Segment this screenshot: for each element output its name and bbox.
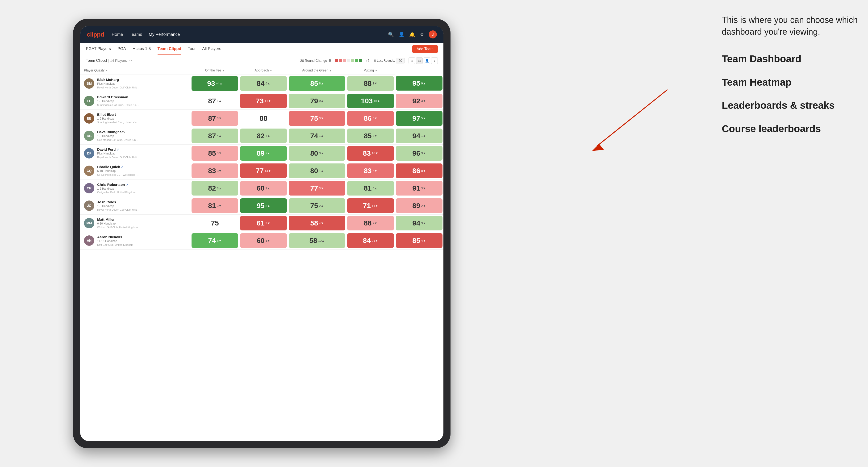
team-bar-controls: 20 Round Change -5 +5 ⊞ Last Rounds: 20 xyxy=(300,57,438,64)
col-putting[interactable]: Putting ▼ xyxy=(346,66,395,75)
player-name: Josh Coles xyxy=(97,200,187,204)
score-value: 89 xyxy=(257,149,265,157)
subnav-tour[interactable]: Tour xyxy=(188,43,195,55)
score-box: 61 3▼ xyxy=(240,216,287,230)
score-box: 85 3▼ xyxy=(347,129,394,143)
player-cell[interactable]: MM Matt Miller 6-10 Handicap Woburn Golf… xyxy=(80,214,191,232)
subnav-pgat[interactable]: PGAT Players xyxy=(86,43,111,55)
table-row: DF David Ford ✓ Plus Handicap Royal Nort… xyxy=(80,145,443,162)
score-box: 81 4▲ xyxy=(347,181,394,195)
view-heatmap-button[interactable]: ▦ xyxy=(416,57,423,64)
player-cell[interactable]: EE Elliot Ebert 1-5 Handicap Sunningdale… xyxy=(80,110,191,127)
score-value: 60 xyxy=(257,184,265,192)
player-handicap: Plus Handicap xyxy=(97,152,187,156)
player-avatar: EC xyxy=(84,96,94,106)
player-cell[interactable]: CQ Charlie Quick ✓ 6-10 Handicap St. Geo… xyxy=(80,162,191,180)
nav-items: Home Teams My Performance xyxy=(112,32,388,37)
label-team-heatmap: Team Heatmap xyxy=(722,75,859,89)
score-cell-around_green: 83 6▼ xyxy=(346,162,395,180)
score-value: 83 xyxy=(364,167,371,175)
score-box: 87 4▲ xyxy=(191,129,238,143)
nav-my-performance[interactable]: My Performance xyxy=(149,32,180,37)
player-info: Matt Miller 6-10 Handicap Woburn Golf Cl… xyxy=(97,217,187,229)
player-name: Elliot Ebert xyxy=(97,113,187,117)
add-team-button[interactable]: Add Team xyxy=(412,45,438,53)
subnav-all-players[interactable]: All Players xyxy=(202,43,221,55)
score-value: 74 xyxy=(208,237,216,245)
player-name: Matt Miller xyxy=(97,217,187,222)
view-person-button[interactable]: 👤 xyxy=(424,57,430,64)
score-value: 96 xyxy=(412,149,420,157)
col-approach[interactable]: Approach ▼ xyxy=(239,66,288,75)
player-cell[interactable]: EC Edward Crossman 1-5 Handicap Sunningd… xyxy=(80,92,191,110)
score-value: 81 xyxy=(208,201,216,210)
score-value: 103 xyxy=(361,97,373,105)
heatmap-light-green xyxy=(351,59,354,62)
col-player[interactable]: Player Quality ▼ xyxy=(80,66,191,75)
player-info: David Ford ✓ Plus Handicap Royal North D… xyxy=(97,148,187,159)
view-grid-button[interactable]: ⊞ xyxy=(408,57,415,64)
sub-nav-right: Add Team xyxy=(412,45,438,53)
player-cell[interactable]: DB Dave Billingham 1-5 Handicap Gog Mago… xyxy=(80,127,191,145)
col-off-tee[interactable]: Off the Tee ▼ xyxy=(191,66,239,75)
score-value: 87 xyxy=(208,115,216,122)
col-around-green[interactable]: Around the Green ▼ xyxy=(288,66,346,75)
bell-icon[interactable]: 🔔 xyxy=(409,32,415,37)
player-cell[interactable]: AN Aaron Nicholls 11-15 Handicap Drift G… xyxy=(80,232,191,249)
score-cell-player_quality: 87 4▲ xyxy=(191,127,239,145)
score-box: 75 2▲ xyxy=(289,198,345,213)
score-cell-approach: 74 1▲ xyxy=(288,127,346,145)
subnav-team-clippd[interactable]: Team Clippd xyxy=(158,43,181,55)
score-box: 87 1▲ xyxy=(191,94,238,108)
score-value: 74 xyxy=(310,132,318,140)
score-box: 84 21▼ xyxy=(347,233,394,248)
nav-teams[interactable]: Teams xyxy=(130,32,142,37)
score-cell-putting: 94 3▲ xyxy=(395,214,443,232)
user-icon[interactable]: 👤 xyxy=(399,32,404,37)
player-cell[interactable]: JC Josh Coles 1-5 Handicap Royal North D… xyxy=(80,197,191,214)
score-box: 73 11▼ xyxy=(240,94,287,108)
score-cell-around_green: 71 11▼ xyxy=(346,197,395,214)
player-cell[interactable]: CR Chris Robertson ✓ 1-5 Handicap Craigm… xyxy=(80,180,191,197)
settings-icon[interactable]: ⚙ xyxy=(420,32,424,37)
score-box: 85 8▲ xyxy=(289,76,345,91)
score-value: 97 xyxy=(412,115,420,122)
score-box: 71 11▼ xyxy=(347,198,394,213)
score-value: 77 xyxy=(256,167,264,175)
score-box: 91 3▼ xyxy=(396,181,442,195)
score-cell-putting: 94 1▲ xyxy=(395,127,443,145)
search-icon[interactable]: 🔍 xyxy=(388,32,394,37)
avatar[interactable]: U xyxy=(429,30,437,38)
data-table: Player Quality ▼ Off the Tee ▼ Approach … xyxy=(80,66,443,250)
score-value: 85 xyxy=(208,149,216,157)
logo: clippd xyxy=(87,31,104,38)
tablet-screen: clippd Home Teams My Performance 🔍 👤 🔔 ⚙… xyxy=(80,26,443,441)
nav-home[interactable]: Home xyxy=(112,32,123,37)
score-value: 94 xyxy=(412,132,420,140)
round-change-max: +5 xyxy=(366,59,370,63)
player-avatar: DB xyxy=(84,131,94,141)
view-download-button[interactable]: ↓ xyxy=(431,57,438,64)
score-box: 85 3▼ xyxy=(191,146,238,161)
player-cell[interactable]: BM Blair McHarg Plus Handicap Royal Nort… xyxy=(80,75,191,92)
score-box: 77 3▼ xyxy=(289,181,345,195)
player-avatar: MM xyxy=(84,218,94,228)
score-value: 71 xyxy=(363,201,371,210)
score-value: 82 xyxy=(208,184,216,192)
subnav-pga[interactable]: PGA xyxy=(118,43,126,55)
player-cell[interactable]: DF David Ford ✓ Plus Handicap Royal Nort… xyxy=(80,145,191,162)
player-handicap: 1-5 Handicap xyxy=(97,134,187,138)
last-rounds-value[interactable]: 20 xyxy=(396,58,405,63)
edit-icon[interactable]: ✏ xyxy=(129,59,132,63)
score-box: 74 1▲ xyxy=(289,129,345,143)
score-box: 80 1▲ xyxy=(289,163,345,178)
score-box: 83 6▼ xyxy=(347,163,394,178)
annotation-bubble: This is where you can choose which dashb… xyxy=(722,14,859,38)
score-cell-putting: 91 3▼ xyxy=(395,180,443,197)
team-count: | 14 Players xyxy=(108,59,127,63)
player-info: Dave Billingham 1-5 Handicap Gog Magog G… xyxy=(97,130,187,142)
subnav-hcaps[interactable]: Hcaps 1-5 xyxy=(132,43,151,55)
score-box: 94 1▲ xyxy=(396,129,442,143)
score-value: 84 xyxy=(257,80,265,88)
sub-nav: PGAT Players PGA Hcaps 1-5 Team Clippd T… xyxy=(80,43,443,55)
